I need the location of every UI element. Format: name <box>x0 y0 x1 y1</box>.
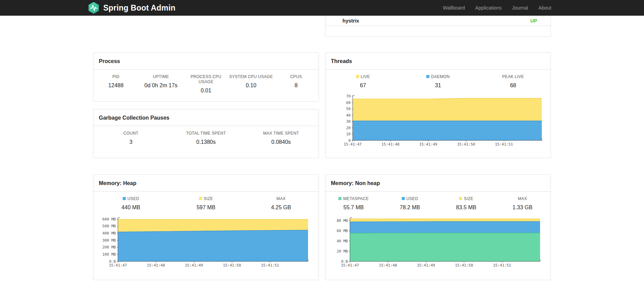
svg-text:80 MB: 80 MB <box>337 218 348 223</box>
stat-label-text: USED <box>127 196 139 201</box>
stat-value: 68 <box>476 82 551 89</box>
stat-metaspace: METASPACE 55.7 MB <box>325 196 382 211</box>
nav-item-wallboard[interactable]: Wallboard <box>443 5 465 11</box>
svg-text:300 MB: 300 MB <box>102 238 116 243</box>
svg-text:100 MB: 100 MB <box>102 252 116 257</box>
stat-pid: PID 12488 <box>93 74 138 94</box>
svg-text:60: 60 <box>346 101 351 105</box>
panel-title: Process <box>93 53 319 70</box>
stat-value: 31 <box>400 82 475 89</box>
stat-label: PROCESS CPU USAGE <box>183 74 228 85</box>
svg-text:15:41:50: 15:41:50 <box>457 142 475 147</box>
legend-swatch-daemon <box>426 75 429 78</box>
svg-text:20 MB: 20 MB <box>337 249 348 254</box>
stat-value: 4.25 GB <box>244 204 319 211</box>
stat-label: SIZE <box>168 196 243 201</box>
stat-value: 597 MB <box>168 204 243 211</box>
stat-heap-size: SIZE 597 MB <box>168 196 243 211</box>
stat-value: 55.7 MB <box>325 204 382 211</box>
stat-label: DAEMON <box>400 74 475 79</box>
brand-link[interactable]: Spring Boot Admin <box>88 2 175 14</box>
stat-value: 0.01 <box>183 87 228 94</box>
stat-label: SYSTEM CPU USAGE <box>229 74 274 79</box>
right-column-top: hystrix UP <box>325 16 551 37</box>
nav-item-about[interactable]: About <box>538 5 551 11</box>
main-content: hystrix UP Process PID 12488 UPTIME 0d 0… <box>93 16 551 280</box>
panel-title: Memory: Non heap <box>325 175 551 192</box>
threads-panel: Threads LIVE 67 DAEMON 31 PEAK LIVE 68 <box>325 52 551 158</box>
stat-label: USED <box>93 196 168 201</box>
stat-value: 1.33 GB <box>494 204 551 211</box>
svg-text:50: 50 <box>346 107 351 111</box>
svg-text:500 MB: 500 MB <box>102 224 116 228</box>
legend-swatch-used <box>402 197 405 200</box>
stat-value: 78.2 MB <box>382 204 438 211</box>
stat-value: 0.0840s <box>244 139 319 145</box>
svg-text:10: 10 <box>346 132 351 136</box>
svg-text:400 MB: 400 MB <box>102 231 116 235</box>
legend-swatch-used <box>123 197 126 200</box>
stat-label-text: DAEMON <box>431 74 449 79</box>
stat-value: 67 <box>325 82 400 89</box>
status-badge: UP <box>531 18 537 24</box>
svg-text:20: 20 <box>346 126 351 130</box>
stat-label-text: METASPACE <box>343 196 369 201</box>
svg-text:15:41:47: 15:41:47 <box>344 142 362 147</box>
right-column: Threads LIVE 67 DAEMON 31 PEAK LIVE 68 <box>325 52 551 158</box>
stat-value: 0.1380s <box>168 139 243 145</box>
stat-label: UPTIME <box>138 74 183 79</box>
stat-label: MAX <box>494 196 551 201</box>
stat-label: PID <box>93 74 138 79</box>
svg-text:15:41:50: 15:41:50 <box>223 263 241 268</box>
stat-value: 0d 0h 2m 17s <box>138 82 183 89</box>
stat-live-threads: LIVE 67 <box>325 74 400 89</box>
svg-text:600 MB: 600 MB <box>102 217 116 222</box>
memory-nonheap-chart: 0 B20 MB40 MB60 MB80 MB15:41:4715:41:481… <box>331 216 543 268</box>
threads-legend: LIVE 67 DAEMON 31 PEAK LIVE 68 <box>325 74 551 89</box>
left-spacer <box>93 16 319 37</box>
stat-process-cpu: PROCESS CPU USAGE 0.01 <box>183 74 228 94</box>
stat-label: TOTAL TIME SPENT <box>168 131 243 136</box>
health-row-hystrix: hystrix UP <box>325 16 551 26</box>
stat-heap-used: USED 440 MB <box>93 196 168 211</box>
legend-swatch-metaspace <box>338 197 341 200</box>
stat-label: MAX <box>244 196 319 201</box>
panel-title: Garbage Collection Pauses <box>93 109 319 126</box>
stat-gc-total-time: TOTAL TIME SPENT 0.1380s <box>168 131 243 145</box>
stat-label: COUNT <box>93 131 168 136</box>
svg-text:15:41:50: 15:41:50 <box>455 263 473 268</box>
nav-item-applications[interactable]: Applications <box>475 5 502 11</box>
svg-text:30: 30 <box>346 119 351 124</box>
brand-title: Spring Boot Admin <box>103 3 175 13</box>
svg-text:15:41:48: 15:41:48 <box>382 142 400 147</box>
stat-daemon-threads: DAEMON 31 <box>400 74 475 89</box>
stat-label: USED <box>382 196 438 201</box>
threads-chart: 01020304050607015:41:4715:41:4815:41:491… <box>334 93 545 147</box>
stat-value: 83.5 MB <box>438 204 494 211</box>
stat-value: 12488 <box>93 82 138 89</box>
memory-heap-panel: Memory: Heap USED 440 MB SIZE 597 MB MAX… <box>93 174 319 280</box>
right-column-bottom: Memory: Non heap METASPACE 55.7 MB USED … <box>325 174 551 280</box>
nonheap-legend: METASPACE 55.7 MB USED 78.2 MB SIZE 83.5… <box>325 196 551 211</box>
nav-item-journal[interactable]: Journal <box>512 5 528 11</box>
stat-nonheap-size: SIZE 83.5 MB <box>438 196 494 211</box>
stat-gc-max-time: MAX TIME SPENT 0.0840s <box>244 131 319 145</box>
metrics-row-top: Process PID 12488 UPTIME 0d 0h 2m 17s PR… <box>93 52 551 158</box>
left-column: Process PID 12488 UPTIME 0d 0h 2m 17s PR… <box>93 52 319 158</box>
svg-text:15:41:51: 15:41:51 <box>495 142 513 147</box>
svg-text:15:41:48: 15:41:48 <box>147 263 165 268</box>
stat-value: 8 <box>274 82 319 89</box>
stat-system-cpu: SYSTEM CPU USAGE 0.10 <box>229 74 274 94</box>
svg-text:60 MB: 60 MB <box>337 229 348 233</box>
svg-text:70: 70 <box>346 94 351 98</box>
gc-pauses-panel: Garbage Collection Pauses COUNT 3 TOTAL … <box>93 109 319 158</box>
stat-label: LIVE <box>325 74 400 79</box>
svg-text:15:41:49: 15:41:49 <box>417 263 435 268</box>
stat-label: METASPACE <box>325 196 382 201</box>
panel-title: Memory: Heap <box>93 175 319 192</box>
navbar-menu: Wallboard Applications Journal About <box>443 5 551 11</box>
svg-text:40: 40 <box>346 113 351 118</box>
health-indicator-name: hystrix <box>342 18 359 24</box>
svg-text:15:41:49: 15:41:49 <box>419 142 438 147</box>
svg-text:15:41:49: 15:41:49 <box>185 263 203 268</box>
